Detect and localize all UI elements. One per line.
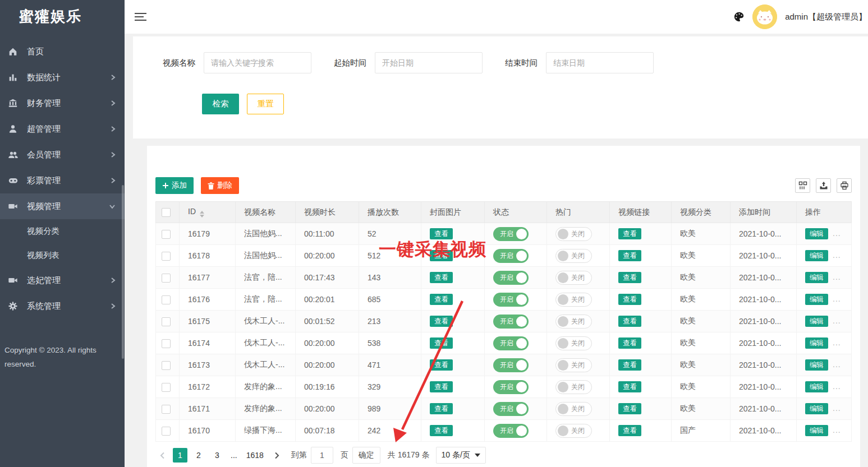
current-user-label[interactable]: admin【超级管理员】 [785, 12, 867, 22]
video-name-input[interactable] [204, 52, 311, 73]
user-avatar[interactable] [752, 4, 777, 29]
edit-button[interactable]: 编辑 [805, 272, 828, 284]
status-toggle[interactable]: 开启 [493, 380, 529, 394]
edit-button[interactable]: 编辑 [805, 316, 828, 327]
edit-button[interactable]: 编辑 [805, 228, 828, 240]
edit-button[interactable]: 编辑 [805, 403, 828, 415]
edit-button[interactable]: 编辑 [805, 381, 828, 393]
page-number-2[interactable]: 2 [191, 448, 206, 463]
view-cover-button[interactable]: 查看 [430, 272, 453, 284]
sidebar-item-lottery[interactable]: 彩票管理 [0, 168, 125, 193]
view-link-button[interactable]: 查看 [618, 359, 641, 371]
sidebar-scrollbar[interactable] [122, 185, 124, 359]
reset-button[interactable]: 重置 [247, 94, 284, 114]
hot-toggle[interactable]: 关闭 [555, 227, 592, 241]
sidebar-item-video[interactable]: 视频管理 [0, 193, 125, 219]
sidebar-item-video-list[interactable]: 视频列表 [0, 243, 125, 267]
row-checkbox[interactable] [162, 361, 171, 370]
edit-button[interactable]: 编辑 [805, 294, 828, 306]
hot-toggle[interactable]: 关闭 [555, 402, 592, 416]
status-toggle[interactable]: 开启 [493, 424, 529, 438]
prev-page-button[interactable] [155, 448, 169, 463]
status-toggle[interactable]: 开启 [493, 249, 529, 263]
view-cover-button[interactable]: 查看 [430, 425, 453, 437]
sidebar-item-system[interactable]: 系统管理 [0, 293, 125, 319]
status-toggle[interactable]: 开启 [493, 336, 529, 350]
more-actions[interactable]: ... [833, 229, 841, 238]
view-link-button[interactable]: 查看 [618, 337, 641, 349]
page-number-3[interactable]: 3 [210, 448, 224, 463]
sort-icon[interactable] [200, 211, 204, 218]
row-checkbox[interactable] [162, 383, 171, 392]
hot-toggle[interactable]: 关闭 [555, 315, 592, 329]
hot-toggle[interactable]: 关闭 [555, 424, 592, 438]
page-number-last[interactable]: 1618 [244, 448, 267, 463]
status-toggle[interactable]: 开启 [493, 293, 529, 307]
more-actions[interactable]: ... [833, 360, 841, 369]
view-cover-button[interactable]: 查看 [430, 359, 453, 371]
end-date-input[interactable] [546, 52, 654, 73]
status-toggle[interactable]: 开启 [493, 402, 529, 416]
more-actions[interactable]: ... [833, 251, 841, 260]
more-actions[interactable]: ... [833, 382, 841, 391]
row-checkbox[interactable] [162, 339, 171, 348]
sidebar-item-video-category[interactable]: 视频分类 [0, 219, 125, 243]
more-actions[interactable]: ... [833, 316, 841, 325]
more-actions[interactable]: ... [833, 404, 841, 413]
view-link-button[interactable]: 查看 [618, 272, 641, 284]
view-link-button[interactable]: 查看 [618, 403, 641, 415]
sidebar-item-finance[interactable]: 财务管理 [0, 90, 125, 116]
sidebar-item-statistics[interactable]: 数据统计 [0, 64, 125, 90]
sidebar-item-girl[interactable]: 选妃管理 [0, 267, 125, 293]
view-cover-button[interactable]: 查看 [430, 294, 453, 306]
view-cover-button[interactable]: 查看 [430, 316, 453, 327]
view-cover-button[interactable]: 查看 [430, 337, 453, 349]
more-actions[interactable]: ... [833, 426, 841, 434]
status-toggle[interactable]: 开启 [493, 358, 529, 372]
per-page-select[interactable]: 10 条/页 [436, 447, 486, 464]
print-icon[interactable] [837, 178, 852, 193]
view-cover-button[interactable]: 查看 [430, 381, 453, 393]
row-checkbox[interactable] [162, 317, 171, 326]
delete-button[interactable]: 删除 [201, 177, 239, 194]
view-link-button[interactable]: 查看 [618, 425, 641, 437]
more-actions[interactable]: ... [833, 294, 841, 303]
next-page-button[interactable] [270, 448, 284, 463]
page-jump-input[interactable] [311, 447, 333, 464]
edit-button[interactable]: 编辑 [805, 250, 828, 262]
row-checkbox[interactable] [162, 427, 171, 436]
more-actions[interactable]: ... [833, 272, 841, 281]
row-checkbox[interactable] [162, 405, 171, 414]
edit-button[interactable]: 编辑 [805, 425, 828, 437]
row-checkbox[interactable] [162, 295, 171, 304]
status-toggle[interactable]: 开启 [493, 227, 529, 241]
status-toggle[interactable]: 开启 [493, 271, 529, 285]
status-toggle[interactable]: 开启 [493, 315, 529, 329]
row-checkbox[interactable] [162, 252, 171, 261]
hot-toggle[interactable]: 关闭 [555, 293, 592, 307]
edit-button[interactable]: 编辑 [805, 337, 828, 349]
add-button[interactable]: 添加 [155, 177, 194, 194]
select-all-checkbox[interactable] [162, 208, 171, 217]
row-checkbox[interactable] [162, 230, 171, 239]
start-date-input[interactable] [375, 52, 483, 73]
hot-toggle[interactable]: 关闭 [555, 249, 592, 263]
view-cover-button[interactable]: 查看 [430, 403, 453, 415]
view-link-button[interactable]: 查看 [618, 316, 641, 327]
export-icon[interactable] [816, 178, 831, 193]
theme-palette-icon[interactable] [733, 11, 745, 22]
more-actions[interactable]: ... [833, 338, 841, 347]
sidebar-item-home[interactable]: 首页 [0, 39, 125, 64]
menu-toggle-icon[interactable] [135, 11, 147, 23]
view-link-button[interactable]: 查看 [618, 250, 641, 262]
edit-button[interactable]: 编辑 [805, 359, 828, 371]
sidebar-item-members[interactable]: 会员管理 [0, 142, 125, 168]
page-number-1[interactable]: 1 [173, 448, 187, 463]
view-link-button[interactable]: 查看 [618, 294, 641, 306]
hot-toggle[interactable]: 关闭 [555, 380, 592, 394]
sidebar-item-admins[interactable]: 超管管理 [0, 116, 125, 142]
hot-toggle[interactable]: 关闭 [555, 336, 592, 350]
view-link-button[interactable]: 查看 [618, 381, 641, 393]
confirm-button[interactable]: 确定 [352, 447, 380, 464]
hot-toggle[interactable]: 关闭 [555, 271, 592, 285]
